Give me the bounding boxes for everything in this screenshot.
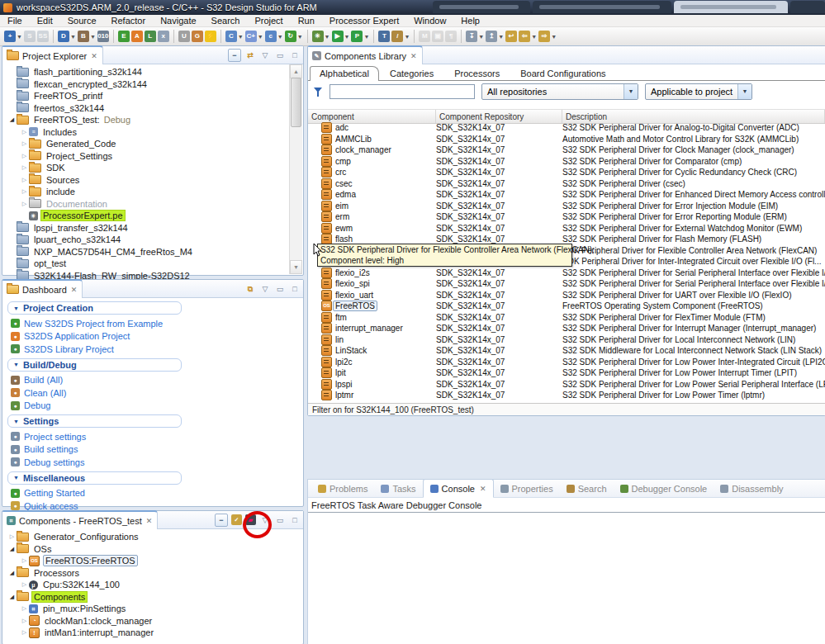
bottom-tab-problems[interactable]: Problems: [311, 480, 374, 497]
import-dashboard-icon[interactable]: ⧉: [244, 283, 256, 295]
component-row-csec[interactable]: csecSDK_S32K14x_07S32 SDK Peripheral Dri…: [308, 178, 825, 190]
components-library-tab[interactable]: ✎ Components Library ✕: [308, 45, 423, 64]
component-row-linstack[interactable]: LinStackSDK_S32K14x_07S32 SDK Middleware…: [308, 345, 825, 357]
new-cpp-project-icon[interactable]: C+▼: [245, 31, 263, 42]
component-row-lpi2c[interactable]: lpi2cSDK_S32K14x_07S32 SDK Peripheral Dr…: [308, 357, 825, 368]
tree-expander-icon[interactable]: ◢: [7, 546, 17, 552]
last-edit-location-icon[interactable]: ↩: [505, 31, 517, 42]
maximize-icon[interactable]: □: [289, 283, 301, 295]
library-subtab-processors[interactable]: Processors: [444, 66, 510, 80]
scroll-down-icon[interactable]: ▼: [290, 260, 302, 274]
column-header-description[interactable]: Description: [562, 110, 825, 123]
menu-source[interactable]: Source: [60, 16, 104, 26]
dropdown-caret-icon[interactable]: ▼: [238, 34, 244, 40]
project-item-freertos-s32k144[interactable]: freertos_s32k144: [2, 102, 303, 115]
component-row-cmp[interactable]: cmpSDK_S32K14x_07S32 SDK Peripheral Driv…: [308, 156, 825, 168]
dropdown-caret-icon[interactable]: ▼: [258, 34, 263, 40]
library-subtab-alphabetical[interactable]: Alphabetical: [310, 66, 379, 81]
close-icon[interactable]: ✕: [91, 52, 97, 60]
component-row-interrupt_manager[interactable]: interrupt_managerSDK_S32K14x_07S32 SDK P…: [308, 323, 825, 334]
component-item-components[interactable]: ◢Components: [2, 591, 303, 604]
minimize-icon[interactable]: ▭: [274, 514, 286, 526]
project-item-include[interactable]: ▷include: [2, 186, 303, 198]
tree-expander-icon[interactable]: ▷: [20, 153, 29, 159]
component-row-ftm[interactable]: ftmSDK_S32K14x_07S32 SDK Peripheral Driv…: [308, 312, 825, 324]
dropdown-caret-icon[interactable]: ▼: [551, 34, 557, 40]
save-icon[interactable]: S: [24, 31, 36, 42]
dashboard-link-clean-all[interactable]: ●Clean (All): [7, 386, 298, 400]
maximize-icon[interactable]: □: [289, 50, 301, 61]
dropdown-caret-icon[interactable]: ▼: [90, 34, 96, 40]
dropdown-caret-icon[interactable]: ▼: [404, 34, 410, 40]
component-row-flexio_uart[interactable]: flexio_uartSDK_S32K14x_07S32 SDK Periphe…: [308, 290, 825, 301]
show-whitespace-icon[interactable]: ¶: [445, 31, 457, 42]
view-menu-icon[interactable]: ▽: [259, 50, 271, 61]
dashboard-link-project-settings[interactable]: ●Project settings: [7, 430, 298, 443]
tree-expander-icon[interactable]: ◢: [7, 116, 17, 123]
dashboard-link-debug-settings[interactable]: ●Debug settings: [7, 456, 298, 469]
bottom-tab-console[interactable]: Console✕: [423, 479, 494, 498]
dropdown-caret-icon[interactable]: ▼: [70, 34, 76, 40]
disconnect-icon[interactable]: x: [158, 31, 169, 42]
dropdown-caret-icon[interactable]: ▼: [498, 34, 504, 40]
debug-configurations-icon[interactable]: D▼: [58, 31, 76, 42]
component-row-lpspi[interactable]: lpspiSDK_S32K14x_07S32 SDK Peripheral Dr…: [308, 379, 825, 391]
forward-icon[interactable]: ⇨▼: [538, 31, 557, 42]
run-icon[interactable]: ▶▼: [332, 31, 350, 42]
dashboard-link-build-settings[interactable]: ●Build settings: [7, 443, 298, 457]
minimize-icon[interactable]: ▭: [274, 50, 286, 61]
bottom-tab-disassembly[interactable]: Disassembly: [714, 480, 789, 497]
tree-expander-icon[interactable]: ▷: [20, 201, 29, 207]
component-row-lin[interactable]: linSDK_S32K14x_07S32 SDK Peripheral Driv…: [308, 334, 825, 346]
bottom-tab-debugger-console[interactable]: Debugger Console: [614, 480, 714, 497]
view-menu-icon[interactable]: ▽: [259, 283, 271, 295]
component-item-processors[interactable]: ◢Processors: [2, 567, 303, 580]
chevron-down-icon[interactable]: ▼: [623, 84, 638, 99]
dropdown-caret-icon[interactable]: ▼: [297, 34, 303, 40]
menu-edit[interactable]: Edit: [30, 16, 60, 26]
tree-expander-icon[interactable]: ▷: [20, 188, 29, 195]
scroll-up-icon[interactable]: ▲: [290, 64, 302, 78]
dashboard-section-header[interactable]: ▼Build/Debug: [7, 358, 182, 372]
component-item-freertos-freertos[interactable]: ▷OSFreeRTOS:FreeRTOS: [2, 555, 303, 567]
menu-search[interactable]: Search: [204, 16, 248, 26]
new-library-project-icon[interactable]: L: [145, 31, 156, 42]
components-tab[interactable]: ⌗ Components - FreeRTOS_test ✕: [2, 510, 158, 529]
previous-annotation-icon[interactable]: ↥▼: [486, 31, 504, 42]
component-row-flexio_spi[interactable]: flexio_spiSDK_S32K14x_07S32 SDK Peripher…: [308, 278, 825, 290]
library-subtab-categories[interactable]: Categories: [380, 66, 443, 80]
pin-editor-icon[interactable]: ▣: [432, 31, 443, 42]
project-item-includes[interactable]: ▷≡Includes: [2, 126, 303, 139]
close-icon[interactable]: ✕: [71, 286, 78, 294]
new-wizard-icon[interactable]: +▼: [4, 31, 22, 42]
column-header-component[interactable]: Component: [308, 110, 436, 123]
tree-expander-icon[interactable]: ▷: [20, 164, 29, 171]
component-row-eim[interactable]: eimSDK_S32K14x_07S32 SDK Peripheral Driv…: [308, 201, 825, 212]
component-row-freertos[interactable]: OSFreeRTOSSDK_S32K14x_07FreeRTOS Operati…: [308, 301, 825, 312]
project-item-flexcan-encrypted-s32k144[interactable]: flexcan_encrypted_s32k144: [2, 78, 303, 91]
repository-dropdown[interactable]: All repositories ▼: [481, 83, 638, 100]
tree-expander-icon[interactable]: ▷: [20, 129, 29, 135]
dashboard-link-s32ds-library-project[interactable]: ●S32DS Library Project: [7, 343, 298, 356]
component-row-crc[interactable]: crcSDK_S32K14x_07S32 SDK Peripheral Driv…: [308, 167, 825, 178]
maximize-icon[interactable]: □: [289, 514, 301, 526]
project-item-flash-partitioning-s32k144[interactable]: flash_partitioning_s32k144: [2, 66, 303, 78]
applicable-dropdown[interactable]: Applicable to project ▼: [645, 83, 752, 100]
menu-window[interactable]: Window: [406, 16, 453, 26]
section-collapse-icon[interactable]: ▼: [13, 419, 19, 424]
new-file-icon[interactable]: c▼: [265, 31, 283, 42]
menu-run[interactable]: Run: [291, 16, 322, 26]
tree-expander-icon[interactable]: ◢: [7, 570, 17, 576]
project-item-generated-code[interactable]: ▷Generated_Code: [2, 138, 303, 150]
toggle-mark-occurrences-icon[interactable]: M: [419, 31, 430, 42]
tree-expander-icon[interactable]: ▷: [20, 605, 29, 612]
generate-code-icon[interactable]: G: [192, 31, 203, 42]
component-filter-input[interactable]: [330, 84, 475, 99]
component-row-clock_manager[interactable]: clock_managerSDK_S32K14x_07S32 SDK Perip…: [308, 144, 825, 156]
tree-expander-icon[interactable]: ▷: [7, 533, 17, 540]
dashboard-section-header[interactable]: ▼Miscellaneous: [7, 471, 182, 485]
project-item-sources[interactable]: ▷Sources: [2, 174, 303, 187]
dropdown-caret-icon[interactable]: ▼: [478, 34, 484, 40]
menu-file[interactable]: File: [0, 16, 30, 26]
minimize-icon[interactable]: ▭: [274, 283, 286, 295]
